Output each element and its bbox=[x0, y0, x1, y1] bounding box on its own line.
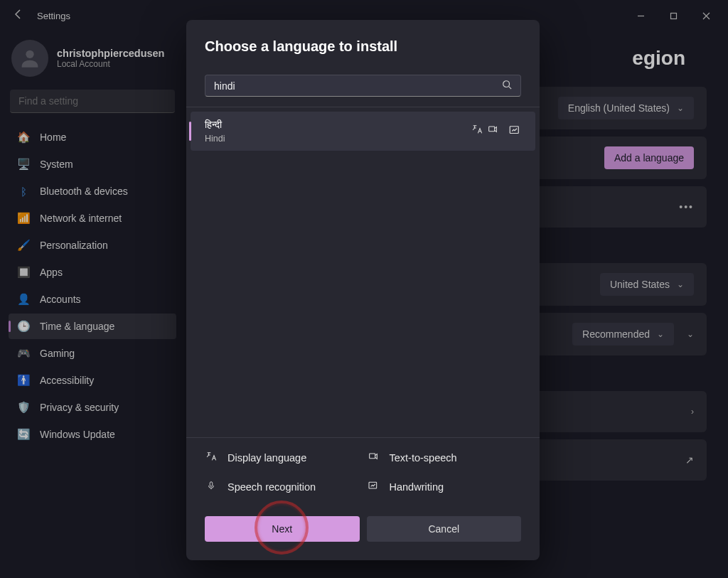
text-to-speech-icon bbox=[367, 451, 380, 464]
add-language-modal: Choose a language to install हिन्दी Hind… bbox=[186, 20, 540, 560]
svg-line-4 bbox=[509, 87, 512, 90]
feature-label: Text-to-speech bbox=[390, 452, 457, 464]
display-language-icon bbox=[471, 124, 483, 139]
feature-label: Handwriting bbox=[390, 481, 444, 493]
microphone-icon bbox=[205, 480, 218, 493]
next-button[interactable]: Next bbox=[205, 516, 360, 542]
feature-display-language: Display language bbox=[205, 451, 360, 464]
search-icon bbox=[502, 80, 512, 92]
handwriting-icon bbox=[367, 480, 380, 493]
display-language-icon bbox=[205, 451, 218, 464]
feature-text-to-speech: Text-to-speech bbox=[367, 451, 522, 464]
language-native-name: हिन्दी bbox=[205, 119, 225, 131]
feature-label: Speech recognition bbox=[228, 481, 316, 493]
language-feature-icons bbox=[471, 124, 521, 139]
svg-point-3 bbox=[503, 81, 510, 87]
feature-handwriting: Handwriting bbox=[367, 480, 522, 493]
cancel-button[interactable]: Cancel bbox=[367, 516, 522, 542]
language-english-name: Hindi bbox=[205, 134, 225, 144]
feature-speech-recognition: Speech recognition bbox=[205, 480, 360, 493]
text-to-speech-icon bbox=[487, 124, 498, 139]
modal-title: Choose a language to install bbox=[205, 38, 521, 55]
feature-legend: Display language Text-to-speech Speech r… bbox=[186, 437, 540, 506]
feature-label: Display language bbox=[228, 452, 306, 464]
language-result-hindi[interactable]: हिन्दी Hindi bbox=[191, 112, 535, 151]
svg-rect-8 bbox=[210, 482, 213, 486]
svg-rect-5 bbox=[489, 127, 495, 132]
language-search[interactable] bbox=[205, 75, 521, 97]
handwriting-icon bbox=[508, 124, 521, 139]
language-search-input[interactable] bbox=[214, 80, 502, 92]
svg-rect-7 bbox=[369, 454, 375, 459]
language-results-list: हिन्दी Hindi bbox=[186, 107, 540, 437]
